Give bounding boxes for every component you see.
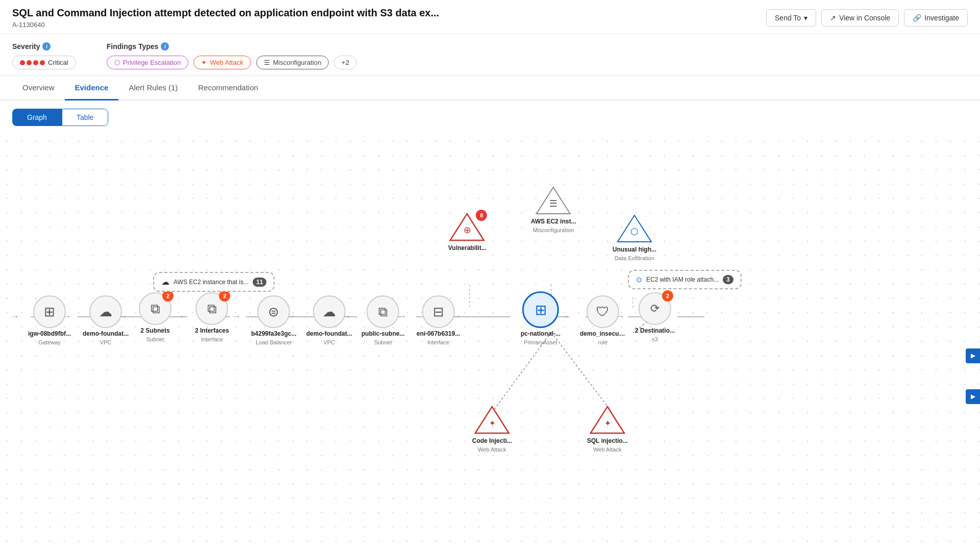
- lb-circle: ⊜: [257, 295, 290, 328]
- dot-4: [40, 60, 45, 65]
- s3-label: 2 Destinatio...: [635, 327, 675, 334]
- interfaces-icon: ⧉: [207, 301, 217, 317]
- table-view-button[interactable]: Table: [62, 109, 108, 126]
- svg-text:⊕: ⊕: [463, 225, 471, 235]
- unusual-high-label: Unusual high...: [612, 246, 656, 253]
- findings-info-icon[interactable]: i: [161, 42, 169, 51]
- node-sql-inject[interactable]: ✦ SQL injectio... Web Attack: [587, 405, 628, 453]
- node-s3[interactable]: ⟳ 2 2 Destinatio... s3: [635, 292, 675, 342]
- unusual-high-sublabel: Data Exfiltration: [615, 255, 654, 261]
- arrow-1: →: [62, 311, 71, 322]
- aws-ec2-group-badge: 11: [253, 278, 266, 287]
- vuln-label: Vulnerabilit...: [448, 244, 486, 252]
- node-vulnerability[interactable]: ⊕ 8 Vulnerabilit...: [448, 212, 486, 252]
- tab-recommendation[interactable]: Recommendation: [188, 76, 268, 101]
- findings-badges: ⬡ Privilege Escalation ✦ Web Attack ☰ Mi…: [107, 56, 357, 69]
- vpc1-label: demo-foundat...: [83, 330, 129, 337]
- severity-badge: Critical: [12, 56, 76, 69]
- external-link-icon: ↗: [830, 14, 836, 22]
- header: SQL and Command Injection attempt detect…: [0, 0, 980, 34]
- role-label: demo_insecur...: [580, 330, 626, 337]
- view-in-console-button[interactable]: ↗ View in Console: [821, 9, 899, 27]
- arrow-10: →: [616, 311, 625, 322]
- interfaces-sublabel: Interface: [201, 336, 223, 342]
- dot-1: [20, 60, 25, 65]
- node-code-inject[interactable]: ✦ Code Injecti... Web Attack: [472, 405, 512, 453]
- side-indicator-1[interactable]: ▶: [966, 348, 980, 363]
- more-label: +2: [341, 59, 349, 66]
- sql-inject-sublabel: Web Attack: [593, 446, 621, 453]
- aws-ec2-group-node[interactable]: ☁ AWS EC2 instance that is... 11: [153, 272, 275, 292]
- subnets-badge: 2: [162, 290, 174, 302]
- lb-icon: ⊜: [268, 304, 279, 320]
- tab-overview[interactable]: Overview: [12, 76, 65, 101]
- connection-lines: [0, 134, 980, 551]
- ec2-iam-icon: ⊙: [636, 276, 642, 284]
- arrow-7: →: [397, 311, 406, 322]
- node-primary-asset[interactable]: ⊞ pc-national-... PrimaryAsset: [521, 291, 560, 345]
- eni-label: eni-067b6319...: [416, 330, 460, 337]
- primary-asset-icon: ⊞: [535, 302, 547, 318]
- findings-section: Findings Types i ⬡ Privilege Escalation …: [107, 42, 357, 69]
- arrow-3: →: [176, 311, 185, 322]
- node-interfaces[interactable]: ⧉ 2 2 Interfaces Interface: [195, 292, 229, 342]
- graph-view-button[interactable]: Graph: [12, 109, 62, 126]
- badge-more[interactable]: +2: [334, 56, 357, 69]
- investigate-button[interactable]: 🔗 Investigate: [904, 9, 968, 27]
- aws-ec2-inst-sublabel: Misconfiguration: [533, 227, 574, 233]
- node-unusual-high[interactable]: ⬡ Unusual high... Data Exfiltration: [612, 213, 656, 261]
- header-actions: Send To ▾ ↗ View in Console 🔗 Investigat…: [766, 9, 968, 27]
- send-to-label: Send To: [775, 14, 801, 22]
- svg-text:☰: ☰: [549, 198, 557, 209]
- subnets-label: 2 Subnets: [140, 327, 169, 334]
- subnets-circle: ⧉ 2: [139, 292, 172, 325]
- ec2-iam-group-node[interactable]: ⊙ EC2 with IAM role attach... 3: [628, 270, 742, 289]
- dot-2: [27, 60, 32, 65]
- subnets-sublabel: Subnet: [146, 336, 164, 342]
- svg-text:✦: ✦: [604, 419, 610, 428]
- node-subnets[interactable]: ⧉ 2 2 Subnets Subnet: [139, 292, 172, 342]
- send-to-button[interactable]: Send To ▾: [766, 9, 816, 27]
- priv-icon: ⬡: [114, 59, 120, 66]
- interfaces-circle: ⧉ 2: [195, 292, 228, 325]
- tab-evidence[interactable]: Evidence: [65, 76, 119, 101]
- web-label: Web Attack: [210, 59, 243, 66]
- s3-icon: ⟳: [650, 302, 659, 315]
- gateway-circle: ⊞: [33, 295, 66, 328]
- s3-sublabel: s3: [652, 336, 658, 342]
- gateway-icon: ⊞: [44, 304, 55, 320]
- subnets-icon: ⧉: [151, 301, 160, 317]
- vuln-badge: 8: [476, 210, 487, 221]
- eni-sublabel: Interface: [427, 339, 449, 345]
- view-console-label: View in Console: [839, 14, 890, 22]
- role-sublabel: role: [598, 339, 607, 345]
- badge-web-attack[interactable]: ✦ Web Attack: [193, 56, 251, 69]
- subnet2-label: public-subne...: [361, 330, 405, 337]
- priv-label: Privilege Escalation: [123, 59, 181, 66]
- node-aws-ec2-inst[interactable]: ☰ AWS EC2 inst... Misconfiguration: [531, 185, 576, 233]
- alert-id: A-1130640: [12, 21, 439, 29]
- badge-misconfiguration[interactable]: ☰ Misconfiguration: [256, 56, 329, 69]
- gateway-sublabel: Gateway: [38, 339, 60, 345]
- aws-ec2-inst-label: AWS EC2 inst...: [531, 218, 576, 225]
- badge-privilege-escalation[interactable]: ⬡ Privilege Escalation: [107, 56, 188, 69]
- severity-info-icon[interactable]: i: [42, 42, 51, 51]
- gateway-label: igw-08bd9fbf...: [28, 330, 71, 337]
- subnet2-circle: ⧉: [366, 295, 399, 328]
- chevron-down-icon: ▾: [804, 14, 807, 22]
- misc-label: Misconfiguration: [273, 59, 322, 66]
- severity-label: Severity i: [12, 42, 76, 51]
- code-inject-label: Code Injecti...: [472, 437, 512, 444]
- vpc2-circle: ☁: [313, 295, 346, 328]
- interfaces-badge: 2: [219, 290, 230, 302]
- s3-circle: ⟳ 2: [639, 292, 671, 325]
- tab-alert-rules[interactable]: Alert Rules (1): [118, 76, 188, 101]
- page-title: SQL and Command Injection attempt detect…: [12, 7, 439, 19]
- vpc2-sublabel: VPC: [324, 339, 335, 345]
- aws-ec2-group-icon: ☁: [161, 277, 169, 287]
- severity-section: Severity i Critical: [12, 42, 76, 69]
- investigate-label: Investigate: [924, 14, 959, 22]
- svg-text:⬡: ⬡: [630, 227, 639, 237]
- side-indicator-2[interactable]: ▶: [966, 389, 980, 404]
- primary-asset-label: pc-national-...: [521, 330, 560, 337]
